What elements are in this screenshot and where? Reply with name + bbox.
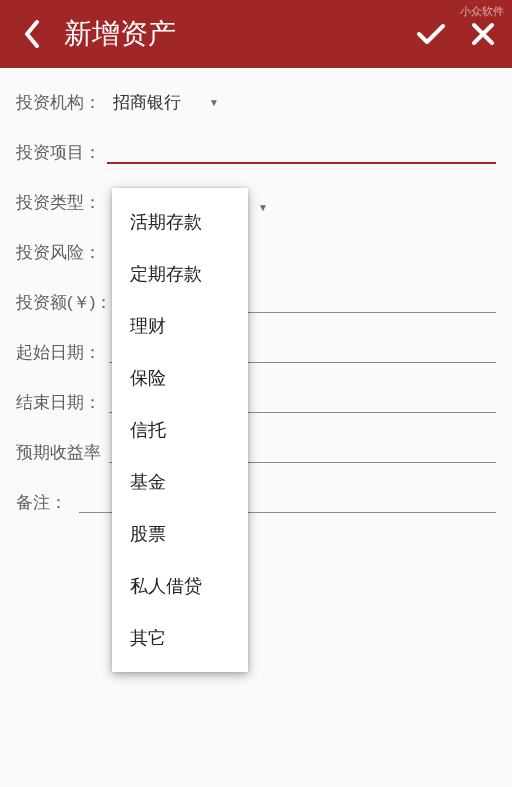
label-remark: 备注： [16,491,67,514]
row-end-date: 结束日期： [16,388,496,416]
type-dropdown-menu: 活期存款 定期存款 理财 保险 信托 基金 股票 私人借贷 其它 [112,188,248,672]
back-button[interactable] [12,14,52,54]
dropdown-item[interactable]: 活期存款 [112,196,248,248]
page-title: 新增资产 [64,15,176,53]
confirm-button[interactable] [414,17,448,51]
row-amount: 投资额(￥)： [16,288,496,316]
close-icon [471,22,495,46]
label-type: 投资类型： [16,191,101,214]
dropdown-item[interactable]: 私人借贷 [112,560,248,612]
row-remark: 备注： [16,488,496,516]
dropdown-item[interactable]: 保险 [112,352,248,404]
header-actions [414,17,500,51]
chevron-left-icon [23,20,41,48]
row-institution: 投资机构： 招商银行 ▼ [16,88,496,116]
label-amount: 投资额(￥)： [16,291,112,314]
label-start-date: 起始日期： [16,341,101,364]
institution-value: 招商银行 [113,91,181,114]
chevron-down-icon: ▼ [258,202,268,213]
dropdown-item[interactable]: 信托 [112,404,248,456]
label-risk: 投资风险： [16,241,101,264]
dropdown-item[interactable]: 其它 [112,612,248,664]
dropdown-item[interactable]: 基金 [112,456,248,508]
institution-select[interactable]: 招商银行 ▼ [107,91,219,114]
check-icon [416,22,446,46]
row-type: 投资类型： [16,188,496,216]
chevron-down-icon: ▼ [209,97,219,108]
watermark-text: 小众软件 [460,4,504,19]
label-yield: 预期收益率 [16,441,101,464]
row-risk: 投资风险： [16,238,496,266]
dropdown-item[interactable]: 定期存款 [112,248,248,300]
row-project: 投资项目： [16,138,496,166]
row-start-date: 起始日期： [16,338,496,366]
cancel-button[interactable] [466,17,500,51]
dropdown-item[interactable]: 理财 [112,300,248,352]
label-end-date: 结束日期： [16,391,101,414]
row-yield: 预期收益率 [16,438,496,466]
app-header: 新增资产 小众软件 [0,0,512,68]
label-institution: 投资机构： [16,91,101,114]
dropdown-item[interactable]: 股票 [112,508,248,560]
project-input[interactable] [107,140,496,164]
label-project: 投资项目： [16,141,101,164]
asset-form: 投资机构： 招商银行 ▼ 投资项目： 投资类型： 投资风险： 投资额(￥)： 起… [0,68,512,516]
